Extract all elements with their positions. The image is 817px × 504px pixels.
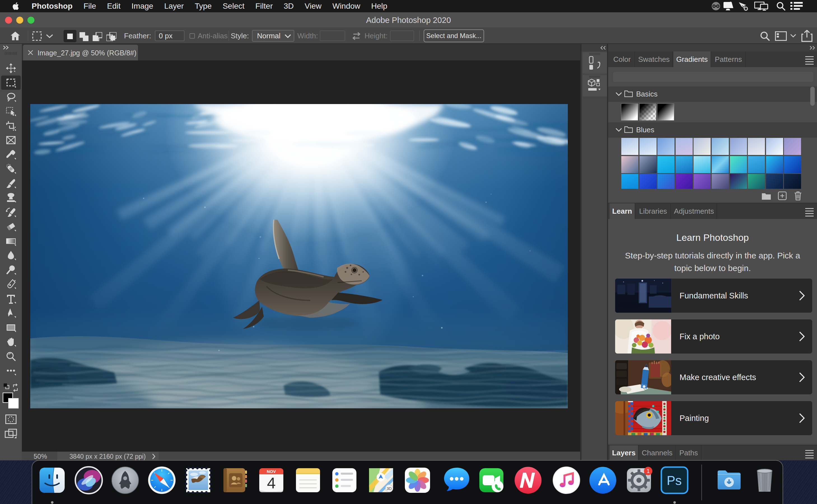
- svg-text:3D: 3D: [387, 486, 392, 491]
- svg-text:Ps: Ps: [667, 473, 682, 488]
- svg-text:1: 1: [647, 468, 650, 474]
- svg-text:4: 4: [267, 474, 276, 492]
- svg-text:NOV: NOV: [267, 469, 276, 474]
